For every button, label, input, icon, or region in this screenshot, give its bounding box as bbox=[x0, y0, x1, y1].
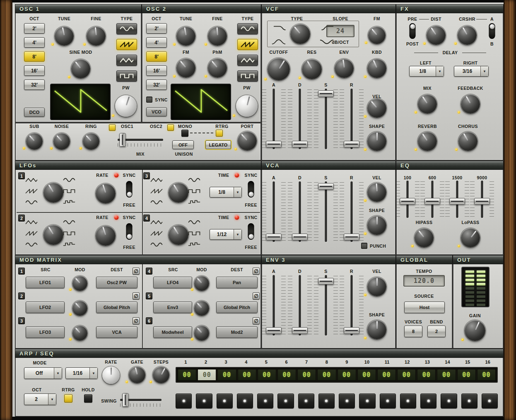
mod-slot3-bypass-icon[interactable]: ∅ bbox=[133, 317, 140, 324]
osc1-oct-8'-button[interactable]: 8' bbox=[24, 51, 45, 62]
env3-shape-knob[interactable] bbox=[367, 320, 386, 339]
osc1-sine-mod-knob[interactable] bbox=[71, 59, 90, 78]
lfo4-time-dropdown[interactable]: 1/12▼ bbox=[210, 229, 242, 240]
arp-retrigger-button[interactable] bbox=[64, 394, 72, 403]
step-button-11[interactable] bbox=[380, 393, 396, 408]
mod-slot2-source-button[interactable]: LFO2 bbox=[26, 302, 65, 313]
step-button-2[interactable] bbox=[196, 393, 212, 408]
toggle-ball[interactable] bbox=[410, 24, 415, 29]
lfo2-wave-knob[interactable] bbox=[43, 225, 63, 245]
mod-slot4-dest-button[interactable]: Pan bbox=[216, 277, 258, 288]
lfo1-wave-icons-left[interactable] bbox=[25, 177, 38, 205]
osc2-vco-button[interactable]: VCO bbox=[146, 107, 167, 116]
osc2-wave-square-button[interactable] bbox=[237, 70, 258, 82]
slider-cap[interactable] bbox=[292, 234, 308, 240]
step-button-9[interactable] bbox=[339, 393, 355, 408]
toggle-ball[interactable] bbox=[248, 234, 253, 239]
slider-cap[interactable] bbox=[122, 393, 128, 407]
bend-button[interactable]: 2 bbox=[427, 326, 446, 337]
slider-cap[interactable] bbox=[400, 198, 415, 205]
crshr-ab-toggle[interactable] bbox=[489, 23, 495, 39]
vca-shape-knob[interactable] bbox=[367, 216, 386, 235]
cutoff-knob[interactable] bbox=[268, 58, 290, 80]
step-button-12[interactable] bbox=[400, 393, 416, 408]
chevron-down-icon[interactable]: ▼ bbox=[89, 368, 97, 379]
chevron-down-icon[interactable]: ▼ bbox=[48, 394, 56, 405]
slider-cap[interactable] bbox=[344, 141, 359, 147]
env3-decay-slider[interactable] bbox=[292, 275, 308, 336]
tempo-display[interactable]: 120.0 bbox=[403, 275, 445, 287]
env3-sustain-slider[interactable] bbox=[318, 275, 334, 336]
arp-rate-knob[interactable] bbox=[102, 367, 120, 384]
env3-attack-slider[interactable] bbox=[266, 275, 282, 336]
step-button-7[interactable] bbox=[298, 393, 314, 408]
slider-cap[interactable] bbox=[292, 327, 308, 334]
filter-type-knob[interactable] bbox=[290, 24, 310, 44]
lfo4-sync-free-toggle[interactable] bbox=[248, 223, 254, 240]
mod-slot6-source-button[interactable]: Modwheel bbox=[153, 326, 192, 338]
portamento-knob[interactable] bbox=[238, 131, 257, 150]
lfo3-time-dropdown[interactable]: 1/8▼ bbox=[210, 187, 242, 198]
toggle-ball[interactable] bbox=[248, 192, 253, 197]
osc1-oct-2'-button[interactable]: 2' bbox=[24, 23, 45, 34]
kbd-knob[interactable] bbox=[367, 59, 386, 78]
osc1-wave-square-button[interactable] bbox=[116, 70, 137, 82]
chevron-down-icon[interactable]: ▼ bbox=[54, 368, 62, 379]
mod-slot3-amount-knob[interactable] bbox=[72, 326, 87, 340]
eq-band1-slider[interactable] bbox=[400, 181, 415, 218]
vcf-fm-knob[interactable] bbox=[368, 27, 386, 44]
notch-filter-icon[interactable] bbox=[320, 38, 334, 46]
toggle-ball[interactable] bbox=[127, 234, 132, 239]
mod-slot6-dest-button[interactable]: Mod2 bbox=[216, 326, 258, 338]
step-button-14[interactable] bbox=[441, 393, 457, 408]
slider-cap[interactable] bbox=[266, 141, 282, 147]
mono-button[interactable] bbox=[181, 130, 188, 137]
sub-knob[interactable] bbox=[26, 133, 43, 150]
slider-cap[interactable] bbox=[266, 327, 282, 334]
step-button-4[interactable] bbox=[237, 393, 253, 408]
lfo2-rate-knob[interactable] bbox=[96, 226, 116, 246]
osc2-tune-knob[interactable] bbox=[176, 27, 195, 46]
osc2-wave-sine-button[interactable] bbox=[237, 23, 258, 34]
sync-source-button[interactable]: Host bbox=[404, 302, 445, 313]
step-button-10[interactable] bbox=[359, 393, 375, 408]
chevron-down-icon[interactable]: ▼ bbox=[234, 229, 241, 239]
mod-slot5-source-button[interactable]: Env3 bbox=[153, 302, 192, 313]
lfo4-wave-icons-right[interactable] bbox=[188, 219, 200, 248]
crshr-knob[interactable] bbox=[458, 26, 477, 45]
lfo1-sync-free-toggle[interactable] bbox=[126, 181, 133, 198]
mod-slot2-amount-knob[interactable] bbox=[72, 301, 87, 316]
vcf-shape-knob[interactable] bbox=[367, 132, 386, 151]
osc1-fine-knob[interactable] bbox=[87, 27, 106, 46]
step-button-15[interactable] bbox=[461, 393, 477, 408]
osc2-oct-4'-button[interactable]: 4' bbox=[146, 37, 167, 48]
mod-slot2-bypass-icon[interactable]: ∅ bbox=[133, 292, 140, 299]
slider-cap[interactable] bbox=[318, 278, 334, 285]
step-button-1[interactable] bbox=[176, 393, 192, 408]
osc1-tune-knob[interactable] bbox=[55, 27, 74, 46]
osc1-pw-knob[interactable] bbox=[115, 95, 137, 117]
slider-cap[interactable] bbox=[474, 198, 490, 205]
osc2-pw-knob[interactable] bbox=[236, 95, 258, 117]
delay-left-dropdown[interactable]: 1/8▼ bbox=[409, 66, 444, 77]
hold-button[interactable] bbox=[84, 394, 92, 403]
highpass-filter-icon[interactable] bbox=[320, 24, 334, 31]
gate-knob[interactable] bbox=[129, 367, 145, 383]
mod-slot6-bypass-icon[interactable]: ∅ bbox=[253, 317, 260, 324]
osc2-oct-8'-button[interactable]: 8' bbox=[146, 51, 167, 62]
osc1-wave-saw-button[interactable] bbox=[116, 39, 137, 50]
lopass-knob[interactable] bbox=[461, 228, 480, 247]
retrigger-button[interactable] bbox=[216, 130, 223, 137]
lfo3-wave-icons-right[interactable] bbox=[188, 177, 200, 205]
lfo2-wave-icons-left[interactable] bbox=[25, 219, 38, 248]
vcf-vel-knob[interactable] bbox=[367, 99, 386, 118]
unison-off-button[interactable]: OFF bbox=[172, 140, 194, 149]
lfo4-wave-knob[interactable] bbox=[169, 225, 188, 245]
lfo1-wave-knob[interactable] bbox=[43, 183, 63, 203]
lowpass-filter-icon[interactable] bbox=[273, 24, 287, 31]
bandpass-filter-icon[interactable] bbox=[272, 38, 286, 46]
arp-rate-dropdown[interactable]: 1/16▼ bbox=[65, 367, 98, 379]
osc2-wave-saw-button[interactable] bbox=[237, 39, 258, 50]
vcf-env-knob[interactable] bbox=[335, 59, 354, 78]
mod-slot4-amount-knob[interactable] bbox=[194, 276, 209, 291]
